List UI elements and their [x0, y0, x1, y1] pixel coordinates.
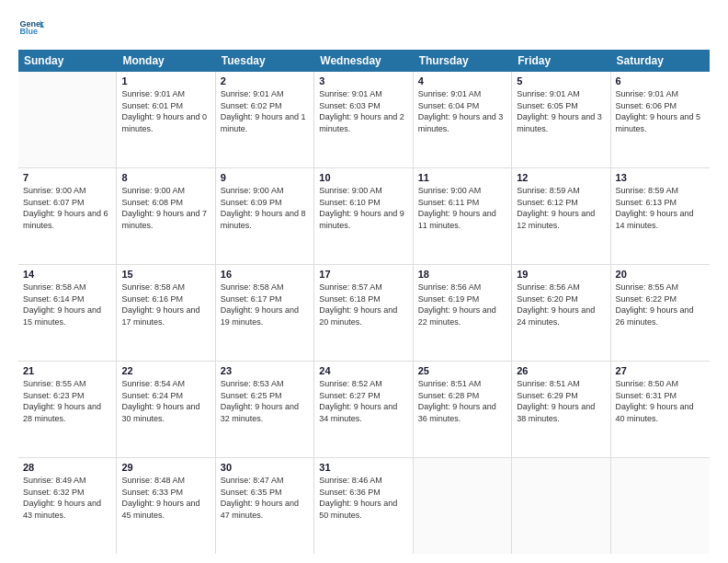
logo-icon: General Blue — [18, 15, 44, 40]
calendar-cell: 10Sunrise: 9:00 AMSunset: 6:10 PMDayligh… — [314, 168, 413, 264]
cal-header-cell: Tuesday — [216, 50, 314, 72]
cal-header-cell: Sunday — [18, 50, 117, 72]
calendar-cell: 28Sunrise: 8:49 AMSunset: 6:32 PMDayligh… — [18, 458, 117, 554]
calendar-cell — [512, 458, 610, 554]
day-info: Sunrise: 9:00 AMSunset: 6:08 PMDaylight:… — [121, 185, 210, 231]
day-number: 6 — [616, 75, 705, 86]
day-info: Sunrise: 8:55 AMSunset: 6:23 PMDaylight:… — [23, 378, 111, 424]
day-number: 7 — [23, 172, 111, 183]
calendar-cell: 24Sunrise: 8:52 AMSunset: 6:27 PMDayligh… — [314, 362, 413, 457]
day-number: 18 — [418, 269, 506, 280]
day-number: 26 — [517, 365, 605, 376]
day-info: Sunrise: 9:00 AMSunset: 6:11 PMDaylight:… — [418, 185, 506, 231]
calendar-cell: 20Sunrise: 8:55 AMSunset: 6:22 PMDayligh… — [611, 265, 710, 361]
calendar-week-row: 14Sunrise: 8:58 AMSunset: 6:14 PMDayligh… — [18, 265, 710, 362]
day-info: Sunrise: 8:53 AMSunset: 6:25 PMDaylight:… — [221, 378, 309, 424]
day-number: 21 — [23, 365, 111, 376]
day-number: 14 — [23, 269, 111, 280]
day-number: 4 — [418, 75, 506, 86]
calendar-cell: 11Sunrise: 9:00 AMSunset: 6:11 PMDayligh… — [414, 168, 512, 264]
day-info: Sunrise: 8:55 AMSunset: 6:22 PMDaylight:… — [616, 282, 705, 327]
calendar-cell: 5Sunrise: 9:01 AMSunset: 6:05 PMDaylight… — [512, 72, 610, 167]
day-number: 17 — [319, 269, 407, 280]
calendar-cell: 18Sunrise: 8:56 AMSunset: 6:19 PMDayligh… — [414, 265, 512, 361]
calendar-week-row: 21Sunrise: 8:55 AMSunset: 6:23 PMDayligh… — [18, 362, 710, 458]
day-number: 2 — [221, 75, 309, 86]
day-number: 13 — [616, 172, 705, 183]
day-number: 19 — [517, 269, 605, 280]
calendar-cell: 19Sunrise: 8:56 AMSunset: 6:20 PMDayligh… — [512, 265, 610, 361]
page-header: General Blue — [18, 15, 710, 40]
day-number: 22 — [121, 365, 210, 376]
cal-header-cell: Wednesday — [314, 50, 413, 72]
calendar-cell: 23Sunrise: 8:53 AMSunset: 6:25 PMDayligh… — [216, 362, 314, 457]
day-number: 29 — [121, 462, 210, 473]
calendar-cell: 27Sunrise: 8:50 AMSunset: 6:31 PMDayligh… — [611, 362, 710, 457]
calendar-cell: 16Sunrise: 8:58 AMSunset: 6:17 PMDayligh… — [216, 265, 314, 361]
day-number: 31 — [319, 462, 407, 473]
day-info: Sunrise: 8:50 AMSunset: 6:31 PMDaylight:… — [616, 378, 705, 424]
calendar-body: 1Sunrise: 9:01 AMSunset: 6:01 PMDaylight… — [18, 72, 710, 554]
day-info: Sunrise: 8:54 AMSunset: 6:24 PMDaylight:… — [121, 378, 210, 424]
calendar-cell — [18, 72, 117, 167]
day-info: Sunrise: 9:00 AMSunset: 6:09 PMDaylight:… — [221, 185, 309, 231]
day-info: Sunrise: 8:49 AMSunset: 6:32 PMDaylight:… — [23, 475, 111, 521]
day-info: Sunrise: 9:01 AMSunset: 6:05 PMDaylight:… — [517, 88, 605, 134]
day-number: 3 — [319, 75, 407, 86]
calendar-cell: 17Sunrise: 8:57 AMSunset: 6:18 PMDayligh… — [314, 265, 413, 361]
calendar-cell: 13Sunrise: 8:59 AMSunset: 6:13 PMDayligh… — [611, 168, 710, 264]
calendar-cell: 3Sunrise: 9:01 AMSunset: 6:03 PMDaylight… — [314, 72, 413, 167]
day-info: Sunrise: 9:00 AMSunset: 6:10 PMDaylight:… — [319, 185, 407, 231]
calendar-cell: 31Sunrise: 8:46 AMSunset: 6:36 PMDayligh… — [314, 458, 413, 554]
day-info: Sunrise: 9:01 AMSunset: 6:06 PMDaylight:… — [616, 88, 705, 134]
day-number: 25 — [418, 365, 506, 376]
day-number: 10 — [319, 172, 407, 183]
day-number: 24 — [319, 365, 407, 376]
cal-header-cell: Thursday — [414, 50, 512, 72]
calendar: SundayMondayTuesdayWednesdayThursdayFrid… — [18, 50, 710, 554]
cal-header-cell: Saturday — [611, 50, 710, 72]
day-number: 16 — [221, 269, 309, 280]
day-info: Sunrise: 8:52 AMSunset: 6:27 PMDaylight:… — [319, 378, 407, 424]
logo: General Blue — [18, 15, 44, 40]
day-info: Sunrise: 8:58 AMSunset: 6:17 PMDaylight:… — [221, 282, 309, 327]
day-info: Sunrise: 9:00 AMSunset: 6:07 PMDaylight:… — [23, 185, 111, 231]
day-info: Sunrise: 8:46 AMSunset: 6:36 PMDaylight:… — [319, 475, 407, 521]
day-info: Sunrise: 8:56 AMSunset: 6:20 PMDaylight:… — [517, 282, 605, 327]
day-info: Sunrise: 8:59 AMSunset: 6:13 PMDaylight:… — [616, 185, 705, 231]
calendar-cell: 1Sunrise: 9:01 AMSunset: 6:01 PMDaylight… — [117, 72, 215, 167]
calendar-cell: 9Sunrise: 9:00 AMSunset: 6:09 PMDaylight… — [216, 168, 314, 264]
day-number: 23 — [221, 365, 309, 376]
day-info: Sunrise: 8:56 AMSunset: 6:19 PMDaylight:… — [418, 282, 506, 327]
day-info: Sunrise: 9:01 AMSunset: 6:04 PMDaylight:… — [418, 88, 506, 134]
day-number: 8 — [121, 172, 210, 183]
calendar-cell: 12Sunrise: 8:59 AMSunset: 6:12 PMDayligh… — [512, 168, 610, 264]
day-number: 9 — [221, 172, 309, 183]
cal-header-cell: Friday — [512, 50, 610, 72]
day-number: 27 — [616, 365, 705, 376]
calendar-week-row: 28Sunrise: 8:49 AMSunset: 6:32 PMDayligh… — [18, 458, 710, 554]
day-info: Sunrise: 8:48 AMSunset: 6:33 PMDaylight:… — [121, 475, 210, 521]
day-info: Sunrise: 8:59 AMSunset: 6:12 PMDaylight:… — [517, 185, 605, 231]
day-number: 12 — [517, 172, 605, 183]
calendar-cell: 15Sunrise: 8:58 AMSunset: 6:16 PMDayligh… — [117, 265, 215, 361]
calendar-cell: 7Sunrise: 9:00 AMSunset: 6:07 PMDaylight… — [18, 168, 117, 264]
day-info: Sunrise: 8:58 AMSunset: 6:16 PMDaylight:… — [121, 282, 210, 327]
calendar-cell — [611, 458, 710, 554]
calendar-cell: 29Sunrise: 8:48 AMSunset: 6:33 PMDayligh… — [117, 458, 215, 554]
day-number: 30 — [221, 462, 309, 473]
day-number: 5 — [517, 75, 605, 86]
calendar-cell: 14Sunrise: 8:58 AMSunset: 6:14 PMDayligh… — [18, 265, 117, 361]
day-info: Sunrise: 8:58 AMSunset: 6:14 PMDaylight:… — [23, 282, 111, 327]
calendar-cell: 21Sunrise: 8:55 AMSunset: 6:23 PMDayligh… — [18, 362, 117, 457]
day-info: Sunrise: 9:01 AMSunset: 6:02 PMDaylight:… — [221, 88, 309, 134]
day-number: 20 — [616, 269, 705, 280]
calendar-cell: 25Sunrise: 8:51 AMSunset: 6:28 PMDayligh… — [414, 362, 512, 457]
calendar-week-row: 1Sunrise: 9:01 AMSunset: 6:01 PMDaylight… — [18, 72, 710, 168]
calendar-cell: 22Sunrise: 8:54 AMSunset: 6:24 PMDayligh… — [117, 362, 215, 457]
day-number: 28 — [23, 462, 111, 473]
calendar-cell: 30Sunrise: 8:47 AMSunset: 6:35 PMDayligh… — [216, 458, 314, 554]
calendar-cell: 8Sunrise: 9:00 AMSunset: 6:08 PMDaylight… — [117, 168, 215, 264]
calendar-header-row: SundayMondayTuesdayWednesdayThursdayFrid… — [18, 50, 710, 72]
day-info: Sunrise: 9:01 AMSunset: 6:03 PMDaylight:… — [319, 88, 407, 134]
